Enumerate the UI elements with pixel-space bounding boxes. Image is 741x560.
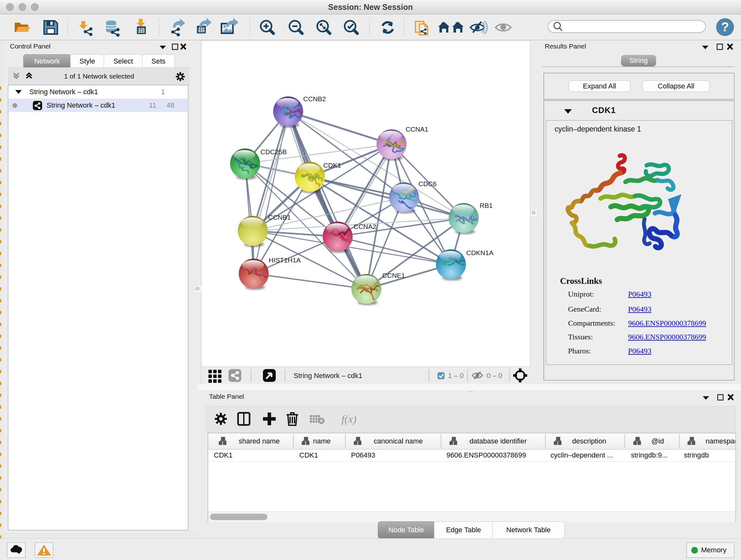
- svg-text:@id: @id: [651, 437, 664, 445]
- svg-text:CDC6: CDC6: [418, 180, 436, 187]
- svg-text:f(x): f(x): [341, 413, 356, 425]
- svg-text:stringdb: stringdb: [684, 451, 709, 459]
- svg-text:CCNA2: CCNA2: [354, 223, 376, 230]
- svg-text:CCNA1: CCNA1: [406, 125, 428, 133]
- svg-text:CCNB1: CCNB1: [268, 213, 291, 221]
- svg-text:1 – 0: 1 – 0: [448, 372, 464, 380]
- svg-text:HIST1H1A: HIST1H1A: [269, 256, 300, 264]
- svg-text:CCNE1: CCNE1: [382, 272, 405, 279]
- svg-text:RB1: RB1: [480, 202, 493, 209]
- svg-text:CCNB2: CCNB2: [303, 95, 326, 103]
- svg-text:namespac: namespac: [705, 437, 735, 445]
- svg-text:String Network – cdk1: String Network – cdk1: [293, 372, 362, 380]
- svg-text:shared name: shared name: [239, 437, 280, 445]
- svg-text:9606.ENSP00000378699: 9606.ENSP00000378699: [447, 451, 526, 459]
- svg-text:CDK1: CDK1: [214, 451, 232, 459]
- svg-text:cyclin–dependent ...: cyclin–dependent ...: [550, 451, 613, 459]
- svg-text:CDK1: CDK1: [323, 162, 341, 169]
- svg-text:name: name: [313, 437, 331, 445]
- svg-text:CDC25B: CDC25B: [260, 148, 287, 155]
- svg-text:CDK1: CDK1: [299, 451, 318, 459]
- svg-text:P06493: P06493: [351, 451, 375, 459]
- svg-text:?: ?: [721, 20, 729, 34]
- svg-text:0 – 0: 0 – 0: [487, 372, 502, 380]
- svg-text:description: description: [572, 437, 606, 445]
- svg-text:database identifier: database identifier: [469, 437, 527, 445]
- svg-text:canonical name: canonical name: [374, 437, 423, 445]
- svg-text:CDKN1A: CDKN1A: [466, 249, 493, 256]
- svg-text:stringdb:9...: stringdb:9...: [631, 451, 668, 459]
